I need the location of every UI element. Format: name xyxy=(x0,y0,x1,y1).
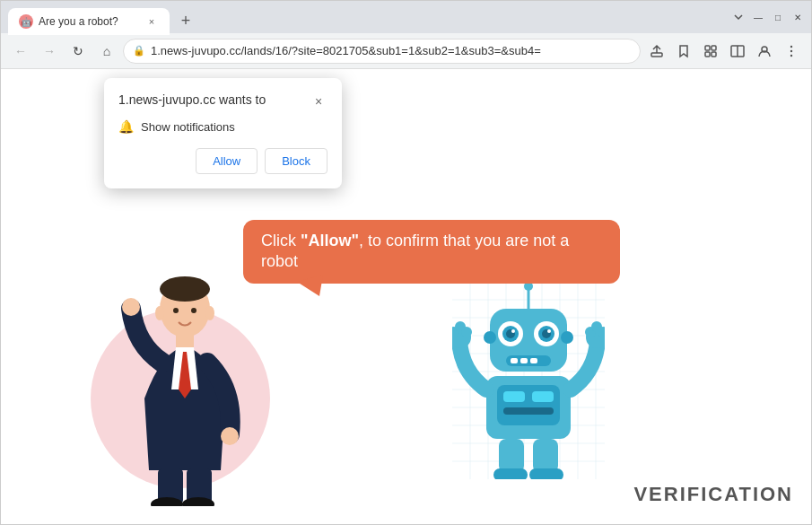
popup-header: 1.news-juvupo.cc wants to × xyxy=(118,92,327,110)
speech-text-before: Click xyxy=(261,232,301,249)
reload-button[interactable]: ↻ xyxy=(65,39,91,64)
svg-point-20 xyxy=(173,308,179,313)
minimize-button[interactable]: — xyxy=(752,11,764,23)
person-svg xyxy=(118,273,252,506)
title-bar: 🤖 Are you a robot? × + — □ ✕ xyxy=(1,1,811,33)
svg-point-9 xyxy=(790,49,792,51)
menu-button[interactable] xyxy=(779,39,804,64)
svg-point-52 xyxy=(547,329,551,333)
popup-close-button[interactable]: × xyxy=(310,92,327,110)
svg-point-15 xyxy=(221,427,239,445)
svg-rect-62 xyxy=(532,391,554,402)
robot-svg xyxy=(452,282,605,479)
browser-window: 🤖 Are you a robot? × + — □ ✕ ← → ↻ ⌂ 🔒 1… xyxy=(0,0,812,525)
popup-permission-row: 🔔 Show notifications xyxy=(118,119,327,134)
svg-rect-56 xyxy=(530,358,537,363)
back-button[interactable]: ← xyxy=(8,39,33,64)
split-view-button[interactable] xyxy=(725,39,750,64)
address-text: 1.news-juvupo.cc/lands/16/?site=8021705&… xyxy=(151,44,631,57)
permission-text: Show notifications xyxy=(141,120,235,134)
window-controls: — □ ✕ xyxy=(732,11,804,23)
browser-toolbar: ← → ↻ ⌂ 🔒 1.news-juvupo.cc/lands/16/?sit… xyxy=(1,33,811,69)
svg-point-21 xyxy=(191,308,196,313)
svg-rect-60 xyxy=(497,385,560,425)
tab-title: Are you a robot? xyxy=(39,15,139,28)
svg-rect-0 xyxy=(651,53,662,57)
lock-icon: 🔒 xyxy=(133,45,145,57)
svg-rect-55 xyxy=(520,358,528,363)
svg-rect-1 xyxy=(705,46,710,50)
robot-illustration xyxy=(452,282,605,479)
bell-icon: 🔔 xyxy=(118,119,134,134)
tab-strip-toggle[interactable] xyxy=(732,11,745,23)
toolbar-actions xyxy=(644,39,804,64)
share-button[interactable] xyxy=(644,39,669,64)
forward-button[interactable]: → xyxy=(37,39,62,64)
svg-point-14 xyxy=(122,298,140,316)
allow-button[interactable]: Allow xyxy=(196,148,258,174)
svg-point-67 xyxy=(461,327,472,337)
popup-title: 1.news-juvupo.cc wants to xyxy=(118,92,266,107)
svg-rect-63 xyxy=(503,407,554,415)
svg-rect-72 xyxy=(499,439,524,473)
page-content: 1.news-juvupo.cc wants to × 🔔 Show notif… xyxy=(1,69,811,524)
svg-rect-54 xyxy=(511,358,518,363)
tab-bar: 🤖 Are you a robot? × + xyxy=(8,1,721,33)
svg-point-8 xyxy=(790,45,792,47)
verification-label: VERIFICATION xyxy=(633,483,793,506)
svg-point-58 xyxy=(561,331,573,344)
svg-point-51 xyxy=(511,329,515,333)
profile-button[interactable] xyxy=(752,39,777,64)
svg-point-22 xyxy=(155,306,164,320)
speech-bubble: Click "Allow", to confirm that you are n… xyxy=(243,220,620,284)
block-button[interactable]: Block xyxy=(265,148,327,174)
svg-rect-74 xyxy=(493,468,528,479)
svg-point-57 xyxy=(484,331,496,344)
person-illustration xyxy=(118,273,252,497)
bookmark-button[interactable] xyxy=(671,39,696,64)
svg-rect-3 xyxy=(705,52,710,57)
maximize-button[interactable]: □ xyxy=(772,11,784,23)
notification-popup: 1.news-juvupo.cc wants to × 🔔 Show notif… xyxy=(104,78,342,188)
new-tab-button[interactable]: + xyxy=(173,8,198,33)
tab-favicon: 🤖 xyxy=(19,14,33,29)
svg-point-23 xyxy=(205,306,214,320)
svg-rect-75 xyxy=(529,468,563,479)
extensions-button[interactable] xyxy=(698,39,723,64)
close-button[interactable]: ✕ xyxy=(791,11,804,23)
popup-buttons: Allow Block xyxy=(118,148,327,174)
svg-rect-61 xyxy=(503,391,525,402)
tab-close-button[interactable]: × xyxy=(144,14,159,29)
speech-highlighted: "Allow" xyxy=(301,232,359,249)
svg-rect-13 xyxy=(176,334,194,347)
svg-rect-73 xyxy=(533,439,558,473)
svg-rect-4 xyxy=(712,52,716,57)
address-bar[interactable]: 🔒 1.news-juvupo.cc/lands/16/?site=802170… xyxy=(123,39,641,64)
browser-tab[interactable]: 🤖 Are you a robot? × xyxy=(8,8,170,35)
svg-rect-2 xyxy=(712,46,716,50)
svg-point-12 xyxy=(160,276,210,302)
home-button[interactable]: ⌂ xyxy=(94,39,119,64)
svg-point-10 xyxy=(790,54,792,56)
